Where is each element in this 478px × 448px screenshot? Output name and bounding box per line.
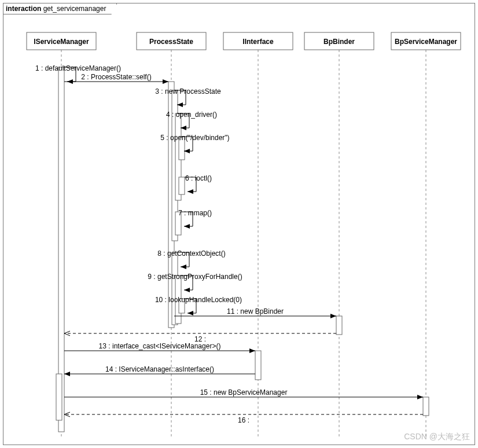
participant-label-BPB: BpBinder [323, 38, 355, 46]
activation-bar [336, 316, 342, 335]
watermark: CSDN @大海之狂 [404, 432, 470, 442]
arrowhead [181, 265, 186, 269]
arrowhead [187, 189, 193, 194]
arrowhead [187, 311, 193, 315]
msg-label-14: 14 : IServiceManager::asInterface() [105, 365, 214, 373]
arrowhead [249, 348, 255, 353]
participant-label-ISM: IServiceManager [34, 38, 89, 46]
participant-label-PS: ProcessState [149, 38, 193, 46]
arrowhead [163, 79, 168, 84]
msg-label-10: 10 : lookupHandleLocked(0) [155, 296, 242, 304]
arrowhead [64, 372, 70, 376]
participant-label-II: IInterface [242, 38, 274, 46]
sequence-frame: interaction get_servicemanager IServiceM… [3, 3, 475, 445]
msg-label-9: 9 : getStrongProxyForHandle() [148, 273, 242, 281]
msg-label-6: 6 : ioctl() [185, 174, 212, 182]
msg-label-15: 15 : new BpServiceManager [200, 388, 288, 396]
msg-label-7: 7 : mmap() [178, 209, 212, 217]
sequence-diagram: IServiceManagerProcessStateIInterfaceBpB… [3, 3, 476, 446]
frame-name: get_servicemanager [43, 5, 106, 13]
msg-label-1: 1 : defaultServiceManager() [35, 64, 121, 72]
msg-label-13: 13 : interface_cast<IServiceManager>() [99, 342, 221, 350]
msg-label-2: 2 : ProcessState::self() [81, 73, 151, 81]
msg-label-5: 5 : open("/dev/binder") [160, 134, 229, 142]
participant-label-BSM: BpServiceManager [395, 38, 457, 46]
activation-bar [255, 351, 261, 380]
msg-label-3: 3 : new ProcessState [155, 87, 221, 96]
activation-bar [423, 397, 429, 416]
frame-label: interaction get_servicemanager [3, 3, 117, 14]
frame-kind: interaction [6, 5, 41, 13]
msg-label-4: 4 : open_driver() [166, 111, 217, 119]
arrowhead [417, 395, 423, 399]
msg-label-16: 16 : [238, 416, 249, 424]
activation-bar [56, 374, 62, 420]
activation-bar [179, 177, 185, 194]
arrowhead [330, 314, 336, 318]
msg-label-11: 11 : new BpBinder [227, 307, 284, 315]
arrowhead [184, 224, 190, 229]
arrowhead [184, 288, 190, 292]
msg-label-8: 8 : getContextObject() [157, 249, 225, 258]
